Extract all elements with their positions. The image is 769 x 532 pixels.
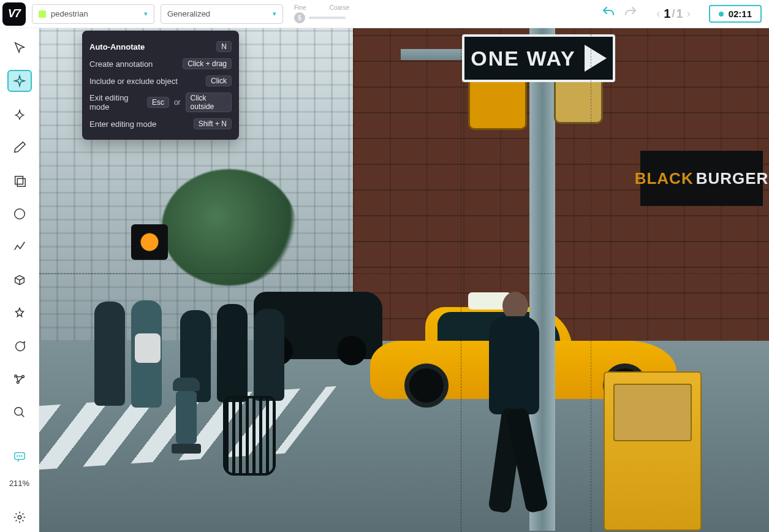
granularity-slider: Fine Coarse 5 bbox=[294, 4, 349, 23]
redo-button[interactable] bbox=[623, 5, 638, 23]
tooltip-include-label: Include or exclude object bbox=[89, 77, 178, 86]
crosshair-vertical-left bbox=[461, 28, 461, 532]
tooltip-enter-key: Shift + N bbox=[194, 118, 232, 129]
zoom-percent: 211% bbox=[9, 479, 29, 488]
scene-pedestrian bbox=[480, 292, 548, 519]
model-dropdown[interactable]: Generalized ▾ bbox=[161, 4, 283, 24]
page-slash: / bbox=[672, 7, 675, 20]
model-dropdown-label: Generalized bbox=[167, 9, 268, 18]
crosshair-vertical-right bbox=[591, 28, 591, 532]
tooltip-title-key: N bbox=[216, 41, 232, 52]
tooltip-create-label: Create annotation bbox=[89, 59, 153, 69]
scene-crowd bbox=[70, 298, 266, 408]
scene-oneway-sign: ONE WAY bbox=[462, 34, 615, 82]
tooltip-exit-or: or bbox=[174, 98, 181, 107]
annotation-canvas[interactable]: Auto-Annotate N Create annotation Click … bbox=[39, 28, 769, 532]
scene-trash-can bbox=[223, 396, 276, 476]
class-color-swatch bbox=[39, 10, 46, 18]
chevron-down-icon: ▾ bbox=[144, 10, 148, 18]
scene-hydrant bbox=[172, 378, 201, 463]
class-dropdown[interactable]: pedestrian ▾ bbox=[32, 4, 154, 24]
page-indicator: ‹ 1 / 1 › bbox=[654, 7, 692, 21]
undo-button[interactable] bbox=[601, 5, 616, 23]
slider-value-badge: 5 bbox=[294, 12, 305, 23]
svg-point-10 bbox=[21, 456, 22, 457]
svg-point-11 bbox=[18, 515, 21, 519]
keypoint-tool[interactable] bbox=[7, 302, 32, 324]
tooltip-exit-key2: Click outside bbox=[186, 93, 232, 112]
skeleton-tool[interactable] bbox=[7, 368, 32, 390]
tooltip-enter-label: Enter editing mode bbox=[89, 120, 156, 129]
next-page-button[interactable]: › bbox=[684, 7, 693, 20]
scene-burger-sign: BLACKBURGER bbox=[640, 151, 763, 206]
cuboid-tool[interactable] bbox=[7, 269, 32, 291]
timer-value: 02:11 bbox=[729, 9, 752, 19]
tooltip-exit-key1: Esc bbox=[147, 97, 169, 108]
svg-point-9 bbox=[19, 456, 20, 457]
chevron-down-icon: ▾ bbox=[273, 10, 276, 18]
svg-point-2 bbox=[14, 208, 25, 219]
chat-tool[interactable] bbox=[7, 446, 32, 468]
scene-newspaper-box bbox=[604, 371, 702, 531]
svg-rect-0 bbox=[15, 176, 23, 184]
svg-point-8 bbox=[17, 456, 17, 457]
tooltip-create-key: Click + drag bbox=[183, 58, 232, 69]
polyline-tool[interactable] bbox=[7, 236, 32, 258]
comment-tool[interactable] bbox=[7, 335, 32, 357]
history-controls bbox=[601, 5, 638, 23]
select-tool[interactable] bbox=[7, 37, 32, 59]
svg-point-6 bbox=[14, 408, 22, 416]
app-logo-text: V7 bbox=[8, 7, 20, 20]
left-toolbar: 211% bbox=[0, 28, 39, 532]
polygon-tool[interactable] bbox=[7, 103, 32, 125]
svg-rect-1 bbox=[17, 178, 25, 186]
timer-display[interactable]: 02:11 bbox=[709, 5, 762, 23]
prev-page-button[interactable]: ‹ bbox=[654, 7, 662, 20]
slider-coarse-label: Coarse bbox=[330, 4, 349, 11]
ellipse-tool[interactable] bbox=[7, 203, 32, 225]
tooltip-title: Auto-Annotate bbox=[89, 42, 145, 51]
class-dropdown-label: pedestrian bbox=[51, 9, 139, 18]
recording-dot-icon bbox=[719, 12, 724, 17]
brush-tool[interactable] bbox=[7, 137, 32, 159]
settings-tool[interactable] bbox=[7, 506, 32, 528]
tooltip-exit-label: Exit editing mode bbox=[89, 93, 147, 112]
bounding-box-tool[interactable] bbox=[7, 170, 32, 192]
scene-ped-signal bbox=[131, 224, 168, 260]
slider-fine-label: Fine bbox=[294, 4, 306, 11]
slider-track[interactable] bbox=[309, 17, 346, 19]
tooltip-include-key: Click bbox=[206, 75, 232, 86]
app-logo[interactable]: V7 bbox=[2, 2, 26, 26]
page-current: 1 bbox=[664, 7, 670, 21]
tool-help-tooltip: Auto-Annotate N Create annotation Click … bbox=[82, 31, 239, 140]
auto-annotate-tool[interactable] bbox=[7, 70, 32, 92]
page-total: 1 bbox=[676, 7, 683, 21]
top-bar: V7 pedestrian ▾ Generalized ▾ Fine Coars… bbox=[0, 0, 769, 28]
crosshair-horizontal bbox=[39, 273, 769, 274]
search-tool[interactable] bbox=[7, 401, 32, 424]
